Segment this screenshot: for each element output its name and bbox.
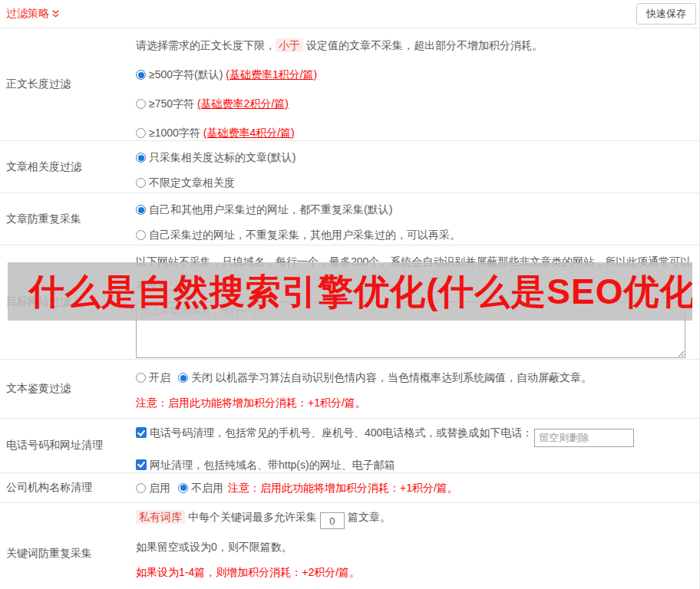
row-porn-text-filter: 文本鉴黄过滤 开启关闭 以机器学习算法自动识别色情内容，当色情概率达到系统阈值，… <box>0 360 699 419</box>
radio-1000-chars[interactable] <box>136 128 146 138</box>
row-label: 关键词防重复采集 <box>0 503 136 589</box>
radio-porn-on[interactable] <box>136 373 146 383</box>
row-content: 启用不启用注意：启用此功能将增加积分消耗：+1积分/篇。 <box>136 473 699 502</box>
checkbox-url-cleanup[interactable] <box>136 459 147 470</box>
length-option-750[interactable]: ≥750字符 (基础费率2积分/篇) <box>136 96 693 111</box>
row-company-name-cleanup: 公司机构名称清理 启用不启用注意：启用此功能将增加积分消耗：+1积分/篇。 <box>0 473 699 503</box>
row-content: 只采集相关度达标的文章(默认) 不限定文章相关度 <box>136 141 699 192</box>
row-content: 请选择需求的正文长度下限，小于 设定值的文章不采集，超出部分不增加积分消耗。 ≥… <box>136 28 699 140</box>
phone-cleanup-option[interactable]: 电话号码清理，包括常见的手机号、座机号、400电话格式，或替换成如下电话： <box>136 425 693 447</box>
relevance-option-any[interactable]: 不限定文章相关度 <box>136 175 693 190</box>
dedup-option-all-users[interactable]: 自己和其他用户采集过的网址，都不重复采集(默认) <box>136 202 693 217</box>
radio-dedup-all-users[interactable] <box>136 205 146 215</box>
row-label: 文章相关度过滤 <box>0 141 136 192</box>
row-content: 电话号码清理，包括常见的手机号、座机号、400电话格式，或替换成如下电话： 网址… <box>136 419 699 472</box>
company-cleanup-disable-option[interactable]: 不启用 <box>178 482 223 494</box>
row-label: 电话号码和网址清理 <box>0 419 136 472</box>
row-content: 私有词库 中每个关键词最多允许采集篇文章。 如果留空或设为0，则不限篇数。 如果… <box>136 503 699 589</box>
row-label: 文本鉴黄过滤 <box>0 360 136 418</box>
porn-filter-desc: 以机器学习算法自动识别色情内容，当色情概率达到系统阈值，自动屏蔽文章。 <box>213 371 592 383</box>
row-dedup-collection: 文章防重复采集 自己和其他用户采集过的网址，都不重复采集(默认) 自己采集过的网… <box>0 193 699 245</box>
top-bar: 过滤策略 快速保存 <box>0 0 699 28</box>
porn-filter-note: 注意：启用此功能将增加积分消耗：+1积分/篇。 <box>136 395 693 410</box>
radio-dedup-self-only[interactable] <box>136 230 146 240</box>
radio-500-chars[interactable] <box>136 70 146 80</box>
keyword-article-count-input[interactable] <box>320 512 345 529</box>
porn-filter-off-option[interactable]: 关闭 <box>178 371 213 383</box>
row-content-length-filter: 正文长度过滤 请选择需求的正文长度下限，小于 设定值的文章不采集，超出部分不增加… <box>0 28 699 141</box>
company-cleanup-note: 注意：启用此功能将增加积分消耗：+1积分/篇。 <box>228 482 458 494</box>
cost-note: (基础费率4积分/篇) <box>203 127 295 139</box>
page-title-label: 过滤策略 <box>6 7 49 21</box>
radio-relevance-strict[interactable] <box>136 153 146 163</box>
row-content: 开启关闭 以机器学习算法自动识别色情内容，当色情概率达到系统阈值，自动屏蔽文章。… <box>136 360 699 418</box>
keyword-note-zero: 如果留空或设为0，则不限篇数。 <box>136 539 693 554</box>
porn-filter-options: 开启关闭 以机器学习算法自动识别色情内容，当色情概率达到系统阈值，自动屏蔽文章。 <box>136 370 693 385</box>
url-cleanup-option[interactable]: 网址清理，包括纯域名、带http(s)的网址、电子邮箱 <box>136 457 693 472</box>
row-keyword-dedup: 关键词防重复采集 私有词库 中每个关键词最多允许采集篇文章。 如果留空或设为0，… <box>0 503 699 589</box>
row-relevance-filter: 文章相关度过滤 只采集相关度达标的文章(默认) 不限定文章相关度 <box>0 141 699 193</box>
private-thesaurus-tag[interactable]: 私有词库 <box>136 510 185 524</box>
row-label: 文章防重复采集 <box>0 193 136 245</box>
checkbox-phone-cleanup[interactable] <box>136 427 147 438</box>
radio-relevance-any[interactable] <box>136 178 146 188</box>
company-cleanup-options: 启用不启用注意：启用此功能将增加积分消耗：+1积分/篇。 <box>136 480 458 495</box>
length-filter-intro: 请选择需求的正文长度下限，小于 设定值的文章不采集，超出部分不增加积分消耗。 <box>136 38 693 53</box>
radio-750-chars[interactable] <box>136 99 146 109</box>
watermark-overlay-banner: 什么是自然搜索引擎优化(什么是SEO优化流 <box>8 262 692 321</box>
radio-company-disable[interactable] <box>178 483 188 493</box>
porn-filter-on-option[interactable]: 开启 <box>136 371 170 383</box>
page-title[interactable]: 过滤策略 <box>6 7 60 21</box>
radio-porn-off[interactable] <box>178 373 188 383</box>
dedup-option-self-only[interactable]: 自己采集过的网址，不重复采集，其他用户采集过的，可以再采。 <box>136 227 693 242</box>
watermark-overlay-text: 什么是自然搜索引擎优化(什么是SEO优化流 <box>29 271 692 311</box>
cost-note: (基础费率2积分/篇) <box>197 97 289 110</box>
length-option-500[interactable]: ≥500字符(默认) (基础费率1积分/篇) <box>136 67 693 82</box>
less-than-highlight: 小于 <box>276 38 303 52</box>
chevron-down-icon <box>51 9 60 18</box>
length-option-1000[interactable]: ≥1000字符 (基础费率4积分/篇) <box>136 125 693 140</box>
cost-note: (基础费率1积分/篇) <box>226 68 317 81</box>
relevance-option-strict[interactable]: 只采集相关度达标的文章(默认) <box>136 150 693 165</box>
quick-save-button[interactable]: 快速保存 <box>636 3 696 25</box>
row-label: 正文长度过滤 <box>0 28 136 140</box>
filter-settings-page: 过滤策略 快速保存 正文长度过滤 请选择需求的正文长度下限，小于 设定值的文章不… <box>0 0 700 589</box>
company-cleanup-enable-option[interactable]: 启用 <box>136 482 170 494</box>
keyword-limit-line: 私有词库 中每个关键词最多允许采集篇文章。 <box>136 509 693 530</box>
row-content: 自己和其他用户采集过的网址，都不重复采集(默认) 自己采集过的网址，不重复采集，… <box>136 193 699 245</box>
row-label: 公司机构名称清理 <box>0 473 136 502</box>
row-phone-url-cleanup: 电话号码和网址清理 电话号码清理，包括常见的手机号、座机号、400电话格式，或替… <box>0 419 699 473</box>
radio-company-enable[interactable] <box>136 483 146 493</box>
replacement-phone-input[interactable] <box>534 429 634 447</box>
keyword-note-cost: 如果设为1-4篇，则增加积分消耗：+2积分/篇。 <box>136 564 693 580</box>
